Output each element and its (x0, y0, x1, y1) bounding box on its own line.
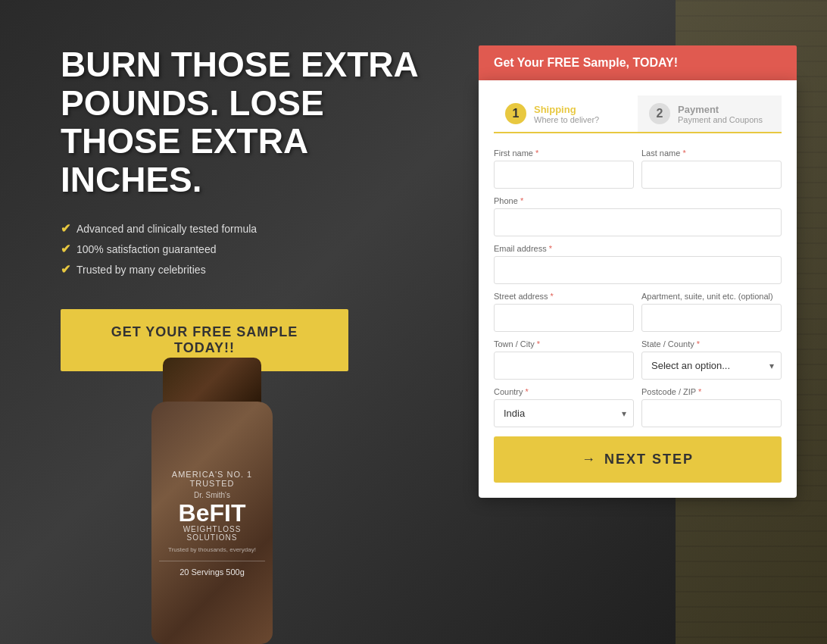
email-required: * (549, 244, 552, 253)
step-2-subtitle: Payment and Coupons (678, 115, 763, 124)
street-input[interactable] (494, 304, 634, 332)
step-1-text: Shipping Where to deliver? (534, 104, 599, 124)
state-field: State / County * Select an option... (641, 339, 782, 380)
apartment-input[interactable] (641, 304, 782, 332)
state-label: State / County * (641, 339, 782, 349)
first-name-required: * (535, 148, 538, 158)
feature-item-3: ✔ Trusted by many celebrities (61, 262, 424, 277)
bottle-creator: Dr. Smith's (159, 491, 265, 499)
form-header: Get Your FREE Sample, TODAY! (479, 45, 797, 80)
bottle-brand: AMERICA'S NO. 1 TRUSTED (159, 470, 265, 488)
check-icon-3: ✔ (61, 262, 70, 277)
last-name-input[interactable] (641, 161, 782, 189)
last-name-label: Last name * (641, 148, 782, 158)
town-label: Town / City * (494, 339, 634, 349)
email-row: Email address * (494, 244, 782, 284)
bottle-name: BeFIT (159, 501, 265, 525)
steps-bar: 1 Shipping Where to deliver? 2 Payment P… (494, 95, 782, 133)
name-row: First name * Last name * (494, 148, 782, 189)
town-field: Town / City * (494, 339, 634, 380)
feature-item-2: ✔ 100% satisfaction guaranteed (61, 242, 424, 256)
step-2-payment[interactable]: 2 Payment Payment and Coupons (638, 95, 782, 132)
postcode-required: * (698, 387, 701, 396)
next-step-label: NEXT STEP (604, 452, 694, 467)
country-label: Country * (494, 387, 634, 396)
apartment-field: Apartment, suite, unit etc. (optional) (641, 292, 782, 332)
country-select-wrapper: India United States United Kingdom Austr… (494, 399, 634, 427)
check-icon-2: ✔ (61, 242, 70, 256)
feature-text-2: 100% satisfaction guaranteed (76, 243, 216, 255)
postcode-label: Postcode / ZIP * (641, 387, 782, 396)
step-1-title: Shipping (534, 104, 599, 115)
country-required: * (526, 387, 529, 396)
address-row: Street address * Apartment, suite, unit … (494, 292, 782, 332)
feature-text-3: Trusted by many celebrities (76, 264, 206, 276)
product-image: AMERICA'S NO. 1 TRUSTED Dr. Smith's BeFI… (91, 303, 333, 644)
step-2-number: 2 (649, 103, 670, 124)
first-name-label: First name * (494, 148, 634, 158)
country-postcode-row: Country * India United States United Kin… (494, 387, 782, 427)
bottle-tagline: Trusted by thousands, everyday! (159, 546, 265, 553)
phone-required: * (520, 196, 523, 205)
town-required: * (537, 339, 540, 349)
left-section: BURN THOSE EXTRA POUNDS. LOSE THOSE EXTR… (0, 0, 470, 644)
postcode-field: Postcode / ZIP * (641, 387, 782, 427)
email-label: Email address * (494, 244, 782, 253)
street-required: * (551, 292, 554, 301)
street-field: Street address * (494, 292, 634, 332)
email-input[interactable] (494, 256, 782, 284)
form-card: 1 Shipping Where to deliver? 2 Payment P… (479, 80, 797, 498)
bottle-cap (163, 358, 261, 403)
phone-field: Phone * (494, 196, 782, 236)
phone-input[interactable] (494, 208, 782, 236)
postcode-input[interactable] (641, 399, 782, 427)
feature-text-1: Advanced and clinically tested formula (76, 223, 257, 235)
step-1-shipping[interactable]: 1 Shipping Where to deliver? (494, 95, 638, 132)
state-select-wrapper: Select an option... (641, 352, 782, 380)
email-field: Email address * (494, 244, 782, 284)
step-1-number: 1 (505, 103, 526, 124)
phone-label: Phone * (494, 196, 782, 205)
apartment-label: Apartment, suite, unit etc. (optional) (641, 292, 782, 301)
country-select[interactable]: India United States United Kingdom Austr… (494, 399, 634, 427)
last-name-field: Last name * (641, 148, 782, 189)
phone-row: Phone * (494, 196, 782, 236)
bottle-label: AMERICA'S NO. 1 TRUSTED Dr. Smith's BeFI… (151, 462, 273, 584)
bottle-subtitle: WEIGHTLOSS SOLUTIONS (159, 525, 265, 542)
first-name-input[interactable] (494, 161, 634, 189)
next-step-button[interactable]: → NEXT STEP (494, 436, 782, 483)
hero-title: BURN THOSE EXTRA POUNDS. LOSE THOSE EXTR… (61, 45, 424, 199)
check-icon-1: ✔ (61, 221, 70, 236)
state-required: * (697, 339, 700, 349)
bottle-servings: 20 Servings 500g (159, 561, 265, 577)
street-label: Street address * (494, 292, 634, 301)
step-1-subtitle: Where to deliver? (534, 115, 599, 124)
step-2-text: Payment Payment and Coupons (678, 104, 763, 124)
right-section: Get Your FREE Sample, TODAY! 1 Shipping … (479, 45, 797, 498)
country-field: Country * India United States United Kin… (494, 387, 634, 427)
features-list: ✔ Advanced and clinically tested formula… (61, 221, 424, 283)
last-name-required: * (682, 148, 685, 158)
bottle-body: AMERICA'S NO. 1 TRUSTED Dr. Smith's BeFI… (151, 402, 273, 644)
city-state-row: Town / City * State / County * Select an… (494, 339, 782, 380)
first-name-field: First name * (494, 148, 634, 189)
bottle: AMERICA'S NO. 1 TRUSTED Dr. Smith's BeFI… (121, 326, 303, 644)
step-2-title: Payment (678, 104, 763, 115)
state-select[interactable]: Select an option... (641, 352, 782, 380)
town-input[interactable] (494, 352, 634, 380)
arrow-icon: → (582, 452, 597, 467)
feature-item-1: ✔ Advanced and clinically tested formula (61, 221, 424, 236)
